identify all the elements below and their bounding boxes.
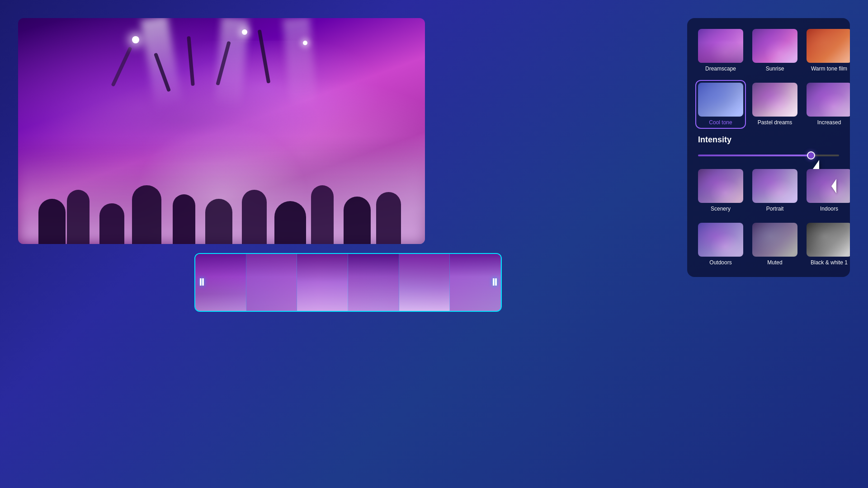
filter-label-increased: Increased xyxy=(817,119,841,126)
timeline-seg-4 xyxy=(348,254,399,311)
filter-thumb-warm xyxy=(807,29,850,63)
filter-panel: Dreamscape Sunrise Warm tone film xyxy=(687,18,850,277)
handle-right-icon: ⏸ xyxy=(490,277,500,288)
filter-item-outdoors[interactable]: Outdoors xyxy=(696,221,745,267)
timeline-handle-left[interactable]: ⏸ xyxy=(195,254,208,311)
intensity-label: Intensity xyxy=(698,135,839,145)
filter-item-indoors[interactable]: Indoors xyxy=(805,167,850,214)
filter-label-muted: Muted xyxy=(767,259,782,266)
video-preview[interactable] xyxy=(18,18,425,244)
filter-label-sunrise: Sunrise xyxy=(766,66,784,72)
filter-label-portrait: Portrait xyxy=(766,206,784,212)
timeline-seg-3 xyxy=(297,254,348,311)
crowd-silhouettes xyxy=(18,142,425,244)
filter-thumb-pastel xyxy=(752,83,797,117)
intensity-section: Intensity xyxy=(696,135,841,160)
filter-label-bw: Black & white 1 xyxy=(811,259,848,266)
filter-thumb-increased xyxy=(807,83,850,117)
filter-grid-row4: Outdoors Muted Black & white 1 xyxy=(696,221,841,267)
filter-grid-row2: Cool tone Pastel dreams Increased xyxy=(696,81,841,127)
filter-thumb-dreamscape xyxy=(698,29,743,63)
filter-label-warm: Warm tone film xyxy=(811,66,847,72)
filter-item-increased[interactable]: Increased xyxy=(805,81,850,127)
filter-label-pastel: Pastel dreams xyxy=(758,119,793,126)
timeline-seg-2 xyxy=(246,254,297,311)
timeline-handle-right[interactable]: ⏸ xyxy=(488,254,501,311)
filter-grid-row3: Scenery Portrait Indoors xyxy=(696,167,841,214)
filter-label-indoors: Indoors xyxy=(820,206,838,212)
filter-item-cool[interactable]: Cool tone xyxy=(696,81,745,127)
filter-thumb-scenery xyxy=(698,169,743,203)
timeline-segments xyxy=(195,254,501,311)
intensity-track[interactable] xyxy=(698,155,839,156)
filter-label-scenery: Scenery xyxy=(711,206,731,212)
filter-label-cool: Cool tone xyxy=(709,119,732,126)
filter-thumb-portrait xyxy=(752,169,797,203)
filter-thumb-bw xyxy=(807,223,850,257)
timeline-strip[interactable]: ⏸ ⏸ xyxy=(194,253,502,312)
filter-item-sunrise[interactable]: Sunrise xyxy=(750,27,799,74)
handle-left-icon: ⏸ xyxy=(197,277,207,288)
filter-item-warm[interactable]: Warm tone film xyxy=(805,27,850,74)
filter-item-portrait[interactable]: Portrait xyxy=(750,167,799,214)
filter-thumb-cool xyxy=(698,83,743,117)
filter-grid-row1: Dreamscape Sunrise Warm tone film xyxy=(696,27,841,74)
intensity-slider[interactable] xyxy=(698,151,839,160)
intensity-thumb[interactable] xyxy=(807,151,815,160)
filter-thumb-sunrise xyxy=(752,29,797,63)
filter-thumb-muted xyxy=(752,223,797,257)
filter-thumb-indoors xyxy=(807,169,850,203)
filter-item-pastel[interactable]: Pastel dreams xyxy=(750,81,799,127)
filter-label-outdoors: Outdoors xyxy=(709,259,731,266)
filter-item-scenery[interactable]: Scenery xyxy=(696,167,745,214)
filter-label-dreamscape: Dreamscape xyxy=(705,66,736,72)
filter-item-dreamscape[interactable]: Dreamscape xyxy=(696,27,745,74)
filter-item-bw[interactable]: Black & white 1 xyxy=(805,221,850,267)
filter-item-muted[interactable]: Muted xyxy=(750,221,799,267)
video-section: ⏸ ⏸ xyxy=(18,18,674,312)
timeline-seg-5 xyxy=(399,254,450,311)
filter-thumb-outdoors xyxy=(698,223,743,257)
